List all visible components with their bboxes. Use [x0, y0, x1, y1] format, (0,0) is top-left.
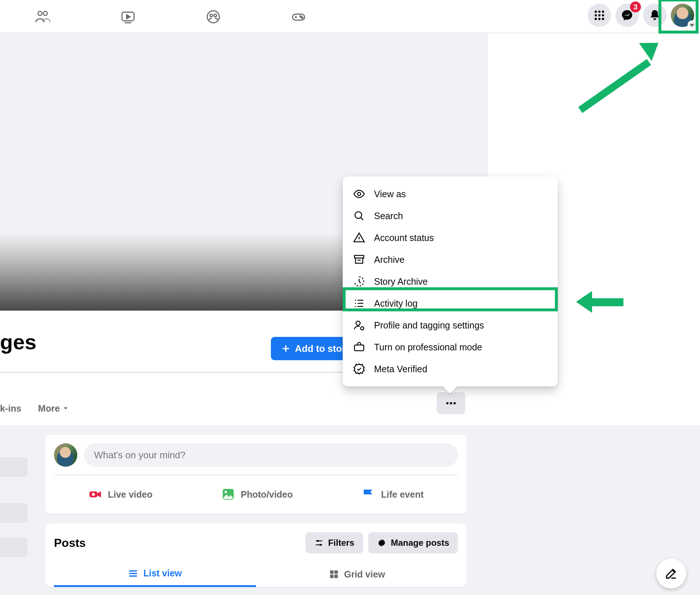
top-nav: 3: [0, 0, 700, 33]
live-video-button[interactable]: Live video: [81, 483, 160, 505]
compose-fab[interactable]: [656, 559, 686, 588]
dropdown-professional-mode[interactable]: Turn on professional mode: [343, 336, 558, 358]
svg-point-21: [358, 192, 361, 196]
watch-tab[interactable]: [85, 5, 171, 28]
annotation-activity-log-highlight: [343, 287, 558, 311]
svg-point-4: [210, 14, 213, 17]
dropdown-profile-tagging-settings[interactable]: Profile and tagging settings: [343, 314, 558, 336]
composer-card: Live video Photo/video Life event: [45, 435, 467, 514]
photo-video-button[interactable]: Photo/video: [214, 483, 300, 505]
svg-rect-35: [330, 571, 333, 574]
svg-point-5: [214, 14, 217, 17]
profile-actions-dropdown: View as Search Account status Archive St…: [343, 176, 558, 386]
list-view-icon: [128, 568, 138, 579]
nav-center-tabs: [0, 5, 341, 28]
filters-button[interactable]: Filters: [306, 532, 363, 553]
menu-grid-button[interactable]: [588, 4, 611, 27]
svg-point-15: [595, 18, 597, 20]
grid-view-tab[interactable]: Grid view: [256, 561, 458, 587]
svg-rect-27: [354, 345, 364, 351]
svg-point-7: [300, 16, 302, 17]
filters-icon: [314, 538, 324, 548]
life-event-icon: [361, 487, 376, 502]
svg-rect-37: [330, 575, 333, 578]
dropdown-archive[interactable]: Archive: [343, 249, 558, 271]
sidebar-stub-2[interactable]: [0, 503, 28, 523]
svg-point-19: [450, 402, 452, 404]
profile-tabs: k-ins More: [0, 397, 69, 420]
profile-name-fragment: ges: [0, 330, 36, 354]
life-event-button[interactable]: Life event: [354, 483, 431, 505]
photo-video-icon: [221, 487, 236, 502]
svg-point-32: [317, 540, 319, 542]
svg-point-11: [602, 11, 604, 13]
svg-rect-23: [354, 256, 364, 258]
messenger-badge: 3: [630, 1, 641, 12]
gaming-tab[interactable]: [256, 5, 341, 28]
svg-point-10: [598, 11, 600, 13]
svg-point-14: [602, 14, 604, 16]
svg-point-8: [302, 17, 303, 19]
svg-point-16: [598, 18, 600, 20]
dropdown-search[interactable]: Search: [343, 205, 558, 227]
groups-tab[interactable]: [171, 5, 256, 28]
edit-icon: [664, 567, 678, 580]
sidebar-stub-3[interactable]: [0, 537, 28, 557]
svg-rect-38: [334, 575, 338, 578]
posts-title: Posts: [54, 536, 86, 550]
svg-point-3: [207, 11, 219, 23]
svg-rect-36: [334, 571, 338, 574]
composer-avatar-icon[interactable]: [54, 443, 77, 467]
posts-card: Posts Filters Manage posts List view Gri…: [45, 524, 467, 587]
tab-checkins-fragment[interactable]: k-ins: [0, 403, 21, 414]
svg-point-18: [446, 402, 448, 404]
composer-input[interactable]: [84, 443, 458, 467]
manage-posts-button[interactable]: Manage posts: [368, 532, 458, 553]
svg-point-13: [598, 14, 600, 16]
dropdown-meta-verified[interactable]: Meta Verified: [343, 358, 558, 380]
svg-point-0: [38, 11, 42, 15]
svg-point-20: [454, 402, 456, 404]
profile-more-actions-button[interactable]: [437, 392, 465, 414]
svg-point-31: [225, 491, 227, 493]
svg-point-17: [602, 18, 604, 20]
svg-point-25: [356, 321, 360, 325]
list-view-tab[interactable]: List view: [54, 561, 256, 587]
dropdown-view-as[interactable]: View as: [343, 183, 558, 205]
friends-tab[interactable]: [0, 5, 85, 28]
dropdown-tail: [443, 379, 457, 394]
annotation-account-highlight: [658, 0, 699, 34]
svg-point-1: [43, 11, 47, 15]
composer-divider: [54, 475, 458, 475]
live-video-icon: [88, 487, 103, 502]
svg-point-29: [92, 493, 95, 496]
svg-point-9: [595, 11, 597, 13]
sidebar-stub-1[interactable]: [0, 457, 28, 477]
svg-point-12: [595, 14, 597, 16]
tab-more[interactable]: More: [38, 403, 69, 414]
gear-icon: [377, 538, 386, 548]
dropdown-account-status[interactable]: Account status: [343, 227, 558, 249]
grid-view-icon: [329, 569, 339, 579]
svg-point-33: [320, 544, 322, 546]
messenger-button[interactable]: 3: [615, 4, 639, 27]
